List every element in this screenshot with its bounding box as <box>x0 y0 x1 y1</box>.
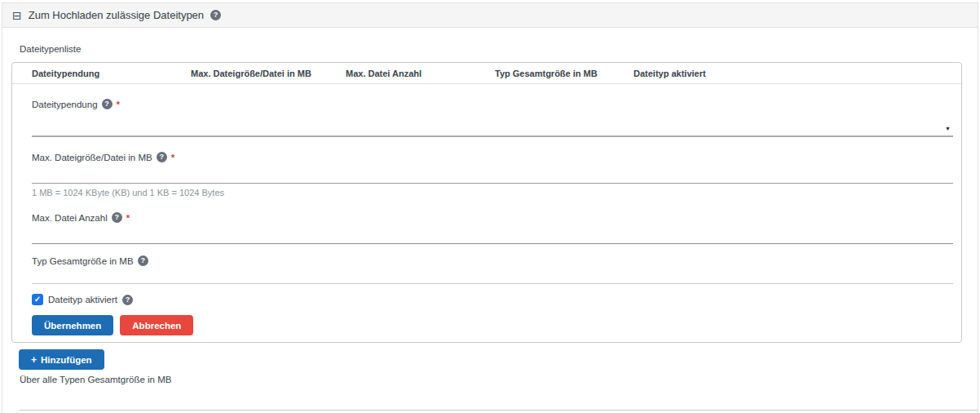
column-header-type-totalsize: Typ Gesamtgröße in MB <box>495 69 633 78</box>
help-icon[interactable]: ? <box>157 152 167 162</box>
panel-body: Dateitypenliste Dateitypendung Max. Date… <box>2 28 978 411</box>
required-asterisk: * <box>171 153 174 162</box>
checkbox-checked-icon[interactable]: ✓ <box>32 294 43 305</box>
add-filetype-button[interactable]: + Hinzufügen <box>19 349 104 370</box>
filetype-enabled-row[interactable]: ✓ Dateityp aktiviert ? <box>32 294 953 305</box>
overall-totalsize-input[interactable] <box>20 393 978 411</box>
required-asterisk: * <box>117 100 120 109</box>
required-asterisk: * <box>126 213 130 223</box>
field-label-extension: Dateitypendung ? * <box>32 99 953 109</box>
column-header-type-enabled: Dateityp aktiviert <box>633 69 953 78</box>
field-label-text: Max. Datei Anzahl <box>32 213 108 223</box>
field-label-max-filecount: Max. Datei Anzahl ? * <box>32 212 953 223</box>
filesize-helper-text: 1 MB = 1024 KByte (KB) und 1 KB = 1024 B… <box>32 188 953 198</box>
overall-totalsize-label: Über alle Typen Gesamtgröße in MB <box>20 375 969 384</box>
field-label-text: Dateitypendung <box>32 100 98 109</box>
plus-icon: + <box>31 355 37 365</box>
checkbox-label: Dateityp aktiviert <box>48 295 117 304</box>
help-icon[interactable]: ? <box>112 212 122 223</box>
form-button-row: Übernehmen Abbrechen <box>32 315 953 335</box>
cancel-button[interactable]: Abbrechen <box>120 315 193 335</box>
max-filecount-input[interactable] <box>32 223 953 244</box>
max-filesize-input[interactable] <box>32 162 953 184</box>
column-header-max-filesize: Max. Dateigröße/Datei in MB <box>191 69 346 78</box>
column-header-max-filecount: Max. Datei Anzahl <box>346 69 495 78</box>
type-totalsize-input[interactable] <box>32 266 953 284</box>
filetype-list-label: Dateitypenliste <box>20 44 969 54</box>
add-button-label: Hinzufügen <box>41 355 92 365</box>
field-label-text: Typ Gesamtgröße in MB <box>32 256 134 266</box>
column-header-extension: Dateitypendung <box>32 69 191 78</box>
filetype-table-header: Dateitypendung Max. Dateigröße/Datei in … <box>12 63 961 84</box>
filetype-form-box: Dateitypendung Max. Dateigröße/Datei in … <box>11 62 962 343</box>
help-icon[interactable]: ? <box>138 255 148 266</box>
apply-button[interactable]: Übernehmen <box>32 315 113 335</box>
panel-header[interactable]: ⊟ Zum Hochladen zulässige Dateitypen ? <box>2 3 978 28</box>
upload-filetypes-panel: ⊟ Zum Hochladen zulässige Dateitypen ? D… <box>2 2 978 413</box>
field-label-type-totalsize: Typ Gesamtgröße in MB ? <box>32 255 953 266</box>
panel-title: Zum Hochladen zulässige Dateitypen <box>29 9 204 21</box>
help-icon[interactable]: ? <box>122 295 133 305</box>
chevron-down-icon: ▼ <box>945 126 951 131</box>
extension-select[interactable]: ▼ <box>32 109 953 137</box>
help-icon[interactable]: ? <box>210 10 221 20</box>
filetype-form: Dateitypendung ? * ▼ Max. Dateigröße/Dat… <box>12 84 961 342</box>
collapse-icon[interactable]: ⊟ <box>12 10 22 21</box>
field-label-text: Max. Dateigröße/Datei in MB <box>32 153 152 162</box>
help-icon[interactable]: ? <box>102 99 113 109</box>
field-label-max-filesize: Max. Dateigröße/Datei in MB ? * <box>32 152 953 162</box>
